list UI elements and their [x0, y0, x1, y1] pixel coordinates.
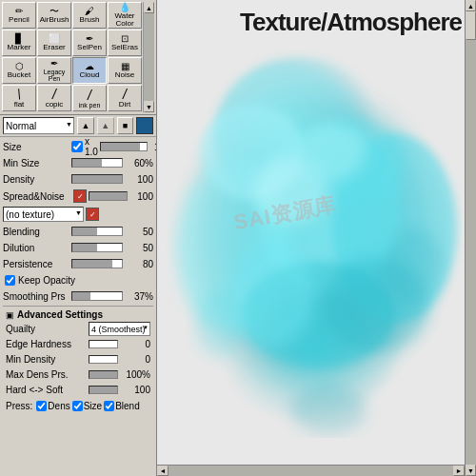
inkpen-label: ink pen	[79, 102, 101, 109]
tool-bucket[interactable]: ⬡ Bucket	[2, 57, 36, 84]
quality-select-wrap: 4 (Smoothest)	[89, 322, 150, 336]
shape-triangle2-btn[interactable]: ▲	[97, 117, 114, 134]
tool-copic[interactable]: / copic	[37, 85, 71, 111]
blending-value: 50	[125, 227, 153, 237]
blending-row: Blending 50	[3, 224, 153, 239]
dirt-label: Dirt	[119, 101, 130, 109]
tool-eraser[interactable]: ⬜ Eraser	[37, 30, 71, 56]
press-size-checkbox[interactable]	[72, 401, 83, 411]
press-blend-checkbox[interactable]	[104, 401, 114, 411]
svg-point-14	[195, 290, 243, 357]
canvas-scrollbar-v[interactable]: ▲ ▼	[465, 0, 476, 476]
tool-dirt[interactable]: / Dirt	[108, 85, 142, 111]
hard-soft-value: 100	[120, 385, 150, 395]
tool-pencil[interactable]: ✏ Pencil	[2, 2, 36, 29]
tool-legacypen[interactable]: ✒ Legacy Pen	[37, 57, 71, 84]
keep-opacity-checkbox[interactable]	[5, 275, 15, 286]
press-dens: Dens	[36, 401, 69, 411]
legacypen-label: Legacy Pen	[39, 69, 69, 82]
density-bar-track	[71, 174, 123, 184]
size-bar	[101, 143, 140, 150]
density-value: 100	[125, 174, 153, 185]
persistence-label: Persistence	[3, 259, 69, 269]
smoothing-label: Smoothing Prs	[3, 291, 69, 302]
dilution-bar	[72, 244, 97, 251]
tool-brush[interactable]: 🖌 Brush	[72, 2, 107, 29]
v-scroll-up-btn[interactable]: ▲	[466, 0, 476, 11]
max-dens-prs-row: Max Dens Prs. 100%	[6, 367, 150, 382]
color-swatch[interactable]	[136, 117, 153, 134]
h-scroll-track	[169, 466, 453, 476]
keep-opacity-label: Keep Opacity	[18, 275, 75, 286]
texture-check-icon[interactable]: ✓	[86, 208, 99, 221]
v-scroll-thumb[interactable]	[466, 11, 476, 40]
scrollbar-up-btn[interactable]: ▲	[144, 2, 154, 13]
scrollbar-down-btn[interactable]: ▼	[144, 101, 154, 112]
shape-square-btn[interactable]: ■	[117, 117, 134, 134]
cloud-label: Cloud	[80, 71, 100, 79]
tool-cloud[interactable]: ☁ Cloud	[72, 57, 107, 84]
density-label: Density	[3, 174, 69, 185]
size-bar-track	[100, 142, 148, 151]
max-dens-prs-bar	[89, 371, 117, 378]
eraser-label: Eraser	[43, 44, 66, 51]
canvas-scrollbar-h[interactable]: ◄ ►	[157, 465, 465, 476]
legacypen-icon: ✒	[50, 59, 58, 69]
quality-label: Quailty	[6, 324, 87, 334]
tool-airbrush[interactable]: 〜 AirBrush	[37, 2, 71, 29]
size-value: 160.0	[149, 142, 156, 152]
tool-noise[interactable]: ▦ Noise	[108, 57, 142, 84]
edge-hardness-row: Edge Hardness 0	[6, 337, 150, 351]
expand-icon: ▣	[6, 310, 14, 320]
dilution-label: Dilution	[3, 243, 69, 253]
v-scroll-down-btn[interactable]: ▼	[466, 465, 476, 476]
min-density-row: Min Density 0	[6, 352, 150, 367]
size-checkbox[interactable]	[71, 141, 83, 152]
texture-row: (no texture) ✓	[3, 206, 153, 223]
tool-selpen[interactable]: ✒ SelPen	[72, 30, 107, 56]
h-scroll-left-btn[interactable]: ◄	[157, 466, 169, 476]
max-dens-prs-value: 100%	[120, 369, 150, 380]
dirt-icon: /	[123, 88, 127, 101]
min-size-row: Min Size 60%	[3, 155, 153, 170]
tool-marker[interactable]: ▊ Marker	[2, 30, 36, 56]
blending-label: Blending	[3, 227, 69, 237]
edge-hardness-value: 0	[120, 339, 150, 349]
density-bar	[72, 175, 122, 183]
hard-soft-label: Hard <-> Soft	[6, 385, 87, 395]
tool-flat[interactable]: / flat	[2, 85, 36, 111]
tool-watercolor[interactable]: 💧 Water Color	[108, 2, 142, 29]
tool-inkpen[interactable]: / ink pen	[72, 85, 107, 111]
inkpen-icon: /	[88, 89, 91, 102]
quality-select[interactable]: 4 (Smoothest)	[89, 322, 150, 336]
spread-check-icon[interactable]: ✓	[73, 189, 87, 203]
min-size-label: Min Size	[3, 158, 69, 169]
h-scroll-right-btn[interactable]: ►	[453, 466, 465, 476]
canvas-area[interactable]: Texture/Atmosphere	[157, 0, 476, 476]
min-density-bar-track	[89, 355, 118, 364]
tool-grid: ✏ Pencil 〜 AirBrush 🖌 Brush 💧 Water Colo…	[0, 0, 156, 115]
tool-row-4: / flat / copic / ink pen / Dirt	[2, 85, 143, 111]
brush-label: Brush	[80, 16, 100, 24]
watercolor-label: Water Color	[109, 12, 140, 28]
page-title: Texture/Atmosphere	[240, 8, 462, 37]
texture-select[interactable]: (no texture)	[3, 207, 84, 222]
tool-row-3: ⬡ Bucket ✒ Legacy Pen ☁ Cloud ▦ Noise	[2, 57, 143, 84]
svg-point-12	[300, 124, 367, 181]
bucket-label: Bucket	[8, 71, 30, 79]
blend-mode-select[interactable]: Normal	[3, 117, 74, 134]
min-size-bar	[72, 159, 102, 167]
blending-bar-track	[71, 227, 123, 236]
quality-row: Quailty 4 (Smoothest)	[6, 322, 150, 336]
dilution-bar-track	[71, 243, 123, 252]
flat-label: flat	[14, 101, 25, 109]
press-dens-checkbox[interactable]	[36, 401, 47, 411]
svg-point-15	[290, 386, 367, 433]
smoothing-value: 37%	[125, 291, 153, 302]
shape-triangle1-btn[interactable]: ▲	[77, 117, 94, 134]
tool-seleras[interactable]: ⊡ SelEras	[108, 30, 142, 56]
advanced-settings-label: Advanced Settings	[17, 309, 103, 320]
dilution-value: 50	[125, 243, 153, 253]
tool-scrollbar[interactable]: ▲ ▼	[143, 2, 154, 112]
advanced-settings-header[interactable]: ▣ Advanced Settings	[3, 308, 153, 321]
